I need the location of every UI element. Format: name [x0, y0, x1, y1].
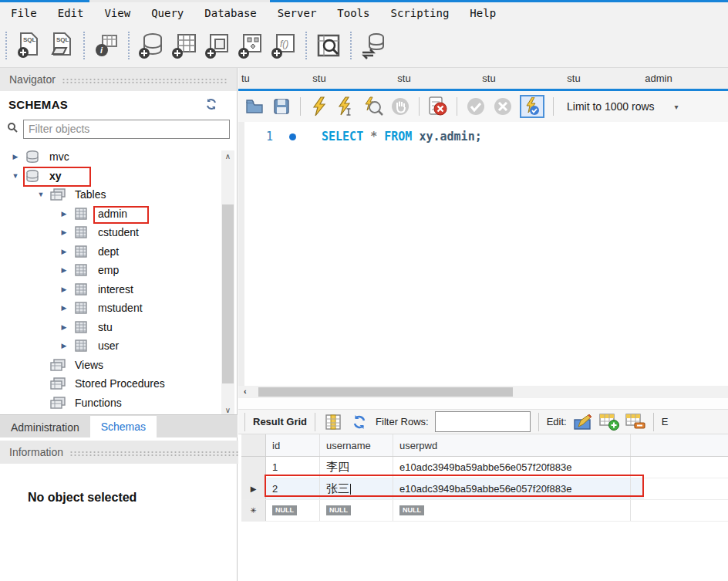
new-row-placeholder[interactable]: ✳ NULL NULL NULL: [241, 500, 728, 522]
tree-item-table-user[interactable]: ▶ user: [0, 336, 221, 356]
menu-query[interactable]: Query: [151, 7, 184, 19]
open-sql-script-icon[interactable]: SQL: [48, 30, 76, 61]
commit-icon[interactable]: [466, 96, 486, 117]
table-inspector-icon[interactable]: i: [93, 30, 120, 61]
tree-item-table-mstudent[interactable]: ▶ mstudent: [0, 299, 221, 318]
execute-query-icon[interactable]: [309, 96, 329, 117]
chevron-down-icon[interactable]: ▼: [33, 191, 49, 198]
chevron-right-icon[interactable]: ▶: [56, 210, 72, 218]
table-icon: [72, 302, 90, 314]
stop-query-icon[interactable]: [390, 96, 410, 117]
sql-code-editor[interactable]: 1 SELECT * FROM xy.admin;: [238, 122, 728, 386]
tree-label: cstudent: [98, 226, 139, 238]
create-function-icon[interactable]: f(): [270, 30, 298, 61]
chevron-right-icon[interactable]: ▶: [56, 304, 72, 312]
menu-file[interactable]: File: [11, 7, 37, 19]
editor-tab-stu-4[interactable]: stu: [447, 73, 531, 84]
chevron-right-icon[interactable]: ▶: [56, 285, 72, 293]
column-layout-icon[interactable]: [323, 411, 343, 433]
scrollbar-thumb[interactable]: [258, 387, 513, 397]
tree-item-schema-xy[interactable]: ▼ xy: [0, 167, 221, 186]
column-header-userpwd[interactable]: userpwd: [393, 434, 631, 456]
cell-id-null[interactable]: NULL: [266, 500, 320, 521]
tree-item-table-admin[interactable]: ▶ admin: [0, 204, 221, 224]
result-grid-toolbar: Result Grid Filter Rows: Edit: E: [238, 409, 728, 434]
chevron-right-icon[interactable]: ▶: [56, 342, 72, 350]
row-limit-dropdown[interactable]: Limit to 1000 rows ▾: [567, 100, 679, 113]
open-file-icon[interactable]: [244, 96, 265, 117]
tree-label: xy: [49, 170, 62, 182]
tree-item-table-interest[interactable]: ▶ interest: [0, 280, 221, 299]
tab-schemas[interactable]: Schemas: [90, 416, 157, 437]
cell-id[interactable]: 2: [266, 478, 320, 499]
scroll-up-icon[interactable]: ∧: [225, 150, 231, 163]
cell-username-null[interactable]: NULL: [320, 500, 393, 521]
table-row-selected[interactable]: ▶ 2 张三 e10adc3949ba59abbe56e057f20f883e: [241, 478, 728, 500]
chevron-right-icon[interactable]: ▶: [56, 248, 72, 255]
execute-current-statement-icon[interactable]: [336, 96, 356, 117]
tree-item-schema-mvc[interactable]: ▶ mvc: [0, 147, 221, 167]
editor-tab-stu-1[interactable]: tu: [238, 73, 277, 84]
create-procedure-icon[interactable]: [237, 30, 265, 61]
tab-administration[interactable]: Administration: [0, 417, 90, 437]
menu-server[interactable]: Server: [278, 7, 317, 19]
explain-plan-icon[interactable]: [363, 96, 383, 117]
create-schema-icon[interactable]: [137, 30, 165, 61]
scroll-left-icon[interactable]: ‹: [244, 387, 247, 396]
menu-view[interactable]: View: [104, 7, 130, 19]
tree-item-table-cstudent[interactable]: ▶ cstudent: [0, 223, 221, 242]
menu-help[interactable]: Help: [470, 7, 496, 19]
delete-row-icon[interactable]: [625, 411, 645, 433]
svg-text:SQL: SQL: [56, 36, 69, 43]
refresh-schemas-icon[interactable]: [202, 98, 221, 110]
new-sql-tab-icon[interactable]: SQL: [15, 30, 42, 61]
editor-tab-stu-3[interactable]: stu: [362, 73, 447, 84]
cell-username[interactable]: 李四: [320, 457, 393, 478]
chevron-right-icon[interactable]: ▶: [56, 266, 72, 274]
cell-username[interactable]: 张三: [320, 478, 393, 499]
cell-id[interactable]: 1: [266, 457, 320, 478]
menu-scripting[interactable]: Scripting: [390, 7, 449, 19]
cell-userpwd-null[interactable]: NULL: [393, 500, 631, 521]
column-header-id[interactable]: id: [266, 434, 320, 456]
scrollbar-thumb[interactable]: [222, 204, 234, 383]
editor-tab-admin[interactable]: admin: [616, 73, 701, 84]
menu-tools[interactable]: Tools: [337, 7, 369, 19]
tree-item-views-folder[interactable]: Views: [0, 356, 221, 375]
chevron-right-icon[interactable]: ▶: [56, 323, 72, 331]
edit-record-icon[interactable]: [573, 411, 593, 433]
refresh-results-icon[interactable]: [349, 411, 369, 433]
export-label-truncated[interactable]: E: [662, 416, 669, 427]
toggle-stop-on-error-icon[interactable]: [428, 96, 448, 117]
filter-objects-input[interactable]: [23, 120, 230, 139]
tree-scrollbar[interactable]: ∧ ∨: [221, 150, 234, 417]
chevron-right-icon[interactable]: ▶: [56, 228, 72, 236]
menu-database[interactable]: Database: [204, 7, 256, 19]
tree-item-table-emp[interactable]: ▶ emp: [0, 261, 221, 280]
tree-item-tables-folder[interactable]: ▼ Tables: [0, 185, 221, 204]
cell-userpwd[interactable]: e10adc3949ba59abbe56e057f20f883e: [393, 478, 631, 499]
reconnect-database-icon[interactable]: [359, 30, 387, 61]
search-table-data-icon[interactable]: [315, 30, 342, 61]
create-view-icon[interactable]: [204, 30, 231, 61]
tree-item-table-stu[interactable]: ▶ stu: [0, 318, 221, 337]
chevron-right-icon[interactable]: ▶: [8, 153, 23, 160]
toggle-autocommit-icon[interactable]: [520, 95, 544, 118]
editor-tab-stu-2[interactable]: stu: [277, 73, 362, 84]
column-header-username[interactable]: username: [320, 434, 393, 456]
editor-tab-stu-5[interactable]: stu: [531, 73, 616, 84]
menu-edit[interactable]: Edit: [58, 7, 84, 19]
editor-horizontal-scrollbar[interactable]: ‹: [238, 386, 728, 398]
tree-item-stored-procedures-folder[interactable]: Stored Procedures: [0, 374, 221, 394]
navigator-title: Navigator: [9, 73, 56, 86]
create-table-icon[interactable]: [170, 30, 198, 61]
tree-item-table-dept[interactable]: ▶ dept: [0, 242, 221, 262]
cell-userpwd[interactable]: e10adc3949ba59abbe56e057f20f883e: [393, 457, 631, 478]
chevron-down-icon[interactable]: ▼: [8, 172, 23, 180]
save-icon[interactable]: [271, 96, 292, 117]
rollback-icon[interactable]: [493, 96, 513, 117]
insert-row-icon[interactable]: [599, 411, 619, 433]
filter-rows-input[interactable]: [435, 411, 531, 432]
tree-item-functions-folder[interactable]: Functions: [0, 394, 221, 413]
table-row[interactable]: 1 李四 e10adc3949ba59abbe56e057f20f883e: [241, 457, 728, 478]
